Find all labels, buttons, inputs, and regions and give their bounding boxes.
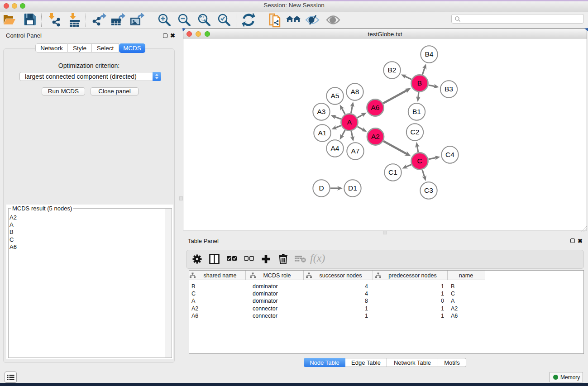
svg-text:A5: A5 [331,92,339,100]
svg-text:C1: C1 [388,168,397,176]
svg-text:B2: B2 [388,66,397,74]
svg-text:A8: A8 [351,88,359,95]
svg-text:A2: A2 [371,133,380,140]
svg-text:B1: B1 [412,108,421,115]
svg-text:B: B [417,79,422,87]
svg-text:C: C [417,157,422,165]
svg-text:D: D [319,184,324,192]
svg-text:A3: A3 [317,108,326,115]
svg-text:C2: C2 [411,128,420,136]
svg-text:C3: C3 [424,186,433,194]
svg-text:D1: D1 [348,184,357,192]
svg-text:B4: B4 [425,50,434,58]
svg-text:B3: B3 [445,85,453,93]
svg-text:A6: A6 [371,104,380,111]
svg-text:A: A [347,118,352,126]
svg-text:A1: A1 [318,129,327,137]
svg-text:A7: A7 [351,147,360,155]
svg-text:A4: A4 [331,144,339,152]
svg-text:C4: C4 [445,151,454,158]
